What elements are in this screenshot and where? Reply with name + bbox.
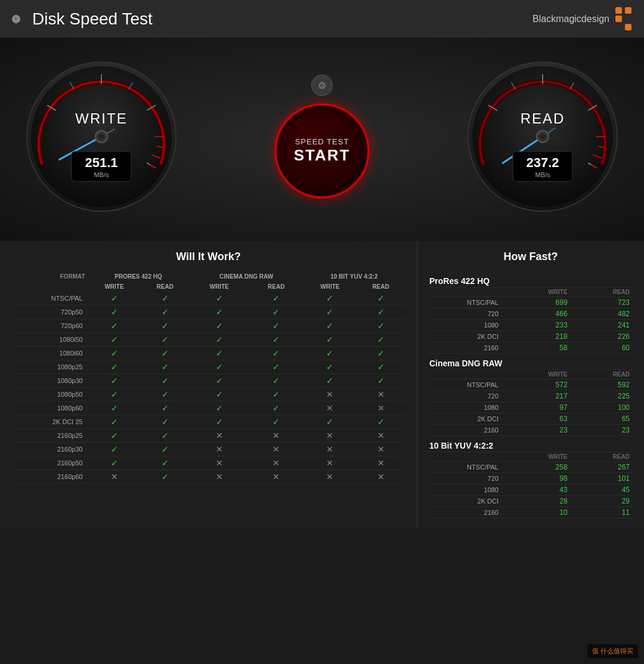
speed-col-head: READ xyxy=(570,370,632,379)
check-icon: ✓ xyxy=(216,390,223,399)
check-icon: ✓ xyxy=(162,307,169,317)
left-section-title: Will It Work? xyxy=(12,251,405,263)
speed-value: 218 xyxy=(501,331,570,342)
check-icon: ✓ xyxy=(111,294,118,303)
cross-icon: ✕ xyxy=(273,444,280,454)
check-cell: ✕ xyxy=(357,402,405,415)
settings-button[interactable]: ⚙ xyxy=(311,75,333,96)
check-icon: ✓ xyxy=(377,376,385,385)
check-icon: ✓ xyxy=(216,335,223,344)
check-cell: ✓ xyxy=(249,292,304,305)
check-icon: ✓ xyxy=(273,417,280,427)
check-cell: ✓ xyxy=(249,402,304,415)
check-cell: ✕ xyxy=(189,456,249,470)
speed-value: 267 xyxy=(570,462,632,473)
check-icon: ✓ xyxy=(273,362,280,372)
format-label: 2160p60 xyxy=(12,470,88,484)
format-label: 2160p25 xyxy=(12,429,88,443)
start-button[interactable]: SPEED TEST START xyxy=(274,103,370,199)
check-cell: ✓ xyxy=(304,319,357,333)
check-cell: ✓ xyxy=(357,374,405,388)
check-icon: ✓ xyxy=(273,307,280,317)
speed-header-row: WRITEREAD xyxy=(429,452,632,462)
speed-value: 63 xyxy=(501,413,570,425)
right-section-title: How Fast? xyxy=(429,251,632,263)
check-icon: ✓ xyxy=(326,321,333,331)
resolution-label: 1080 xyxy=(429,320,501,331)
check-cell: ✕ xyxy=(304,402,357,415)
codec-name-row: 10 Bit YUV 4:2:2 xyxy=(429,436,632,452)
check-cell: ✕ xyxy=(249,456,304,470)
app-title: Disk Speed Test xyxy=(32,10,153,29)
logo-cell-2 xyxy=(625,7,631,14)
check-cell: ✕ xyxy=(304,443,357,456)
check-icon: ✓ xyxy=(162,348,169,358)
speed-value: 65 xyxy=(570,413,632,425)
speed-value: 723 xyxy=(570,297,632,308)
logo-cell-3 xyxy=(615,16,622,22)
cross-icon: ✕ xyxy=(216,431,223,440)
table-row: 2160p60✕✓✕✕✕✕ xyxy=(12,470,405,484)
check-cell: ✓ xyxy=(141,374,189,388)
svg-text:WRITE: WRITE xyxy=(75,110,127,126)
cross-icon: ✕ xyxy=(273,458,280,468)
cross-icon: ✕ xyxy=(377,444,385,454)
check-cell: ✓ xyxy=(249,415,304,429)
check-cell: ✓ xyxy=(141,292,189,305)
check-icon: ✓ xyxy=(273,321,280,331)
speed-table: ProRes 422 HQWRITEREADNTSC/PAL6997237204… xyxy=(429,271,632,518)
check-icon: ✓ xyxy=(326,307,333,317)
check-icon: ✓ xyxy=(111,417,118,427)
speed-data-row: 720466482 xyxy=(429,308,632,320)
check-icon: ✓ xyxy=(216,307,223,317)
check-cell: ✓ xyxy=(88,429,141,443)
speed-value: 258 xyxy=(501,462,570,473)
check-cell: ✕ xyxy=(357,443,405,456)
check-cell: ✓ xyxy=(141,347,189,360)
cross-icon: ✕ xyxy=(326,458,333,468)
check-icon: ✓ xyxy=(162,472,169,481)
check-cell: ✕ xyxy=(357,388,405,402)
check-icon: ✓ xyxy=(162,362,169,372)
check-cell: ✓ xyxy=(141,388,189,402)
table-row: 720p60✓✓✓✓✓✓ xyxy=(12,319,405,333)
check-icon: ✓ xyxy=(326,294,333,303)
check-icon: ✓ xyxy=(377,294,385,303)
resolution-label: 2160 xyxy=(429,342,501,354)
data-area: Will It Work? FORMAT ProRes 422 HQ Cinem… xyxy=(0,241,644,528)
table-row: NTSC/PAL✓✓✓✓✓✓ xyxy=(12,292,405,305)
speed-data-row: NTSC/PAL258267 xyxy=(429,462,632,473)
check-cell: ✓ xyxy=(357,292,405,305)
cross-icon: ✕ xyxy=(377,390,385,399)
check-icon: ✓ xyxy=(326,417,333,427)
speed-value: 226 xyxy=(570,331,632,342)
svg-text:MB/s: MB/s xyxy=(535,171,550,178)
check-cell: ✓ xyxy=(357,319,405,333)
check-cell: ✓ xyxy=(189,360,249,374)
check-cell: ✓ xyxy=(88,402,141,415)
table-row: 2160p25✓✓✕✕✕✕ xyxy=(12,429,405,443)
speed-data-row: NTSC/PAL699723 xyxy=(429,297,632,308)
check-icon: ✓ xyxy=(162,294,169,303)
check-cell: ✓ xyxy=(304,333,357,347)
close-button[interactable]: × xyxy=(12,15,20,23)
check-cell: ✓ xyxy=(88,360,141,374)
format-label: 720p50 xyxy=(12,305,88,319)
check-cell: ✕ xyxy=(304,470,357,484)
format-label: 720p60 xyxy=(12,319,88,333)
resolution-label: 1080 xyxy=(429,402,501,413)
check-icon: ✓ xyxy=(377,417,385,427)
check-cell: ✕ xyxy=(304,429,357,443)
format-label: 1080p60 xyxy=(12,402,88,415)
check-cell: ✓ xyxy=(189,319,249,333)
speed-data-row: 2K DCI218226 xyxy=(429,331,632,342)
check-icon: ✓ xyxy=(216,348,223,358)
write-gauge: WRITE 251.1 MB/s xyxy=(24,59,179,214)
check-cell: ✓ xyxy=(88,305,141,319)
cross-icon: ✕ xyxy=(377,458,385,468)
codec-name: Cinema DNG RAW xyxy=(429,354,632,370)
codec-name: ProRes 422 HQ xyxy=(429,271,632,288)
speed-col-head: WRITE xyxy=(501,370,570,379)
check-cell: ✓ xyxy=(189,415,249,429)
col1-header: ProRes 422 HQ xyxy=(88,271,190,282)
